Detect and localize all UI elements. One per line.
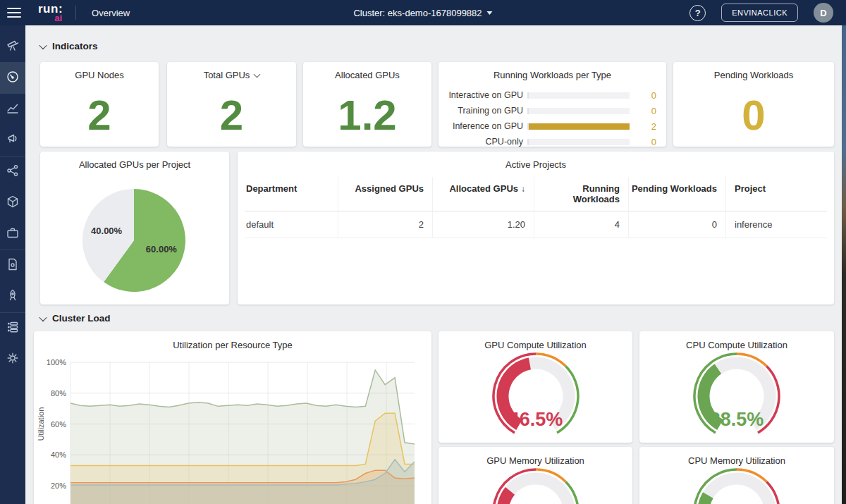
sidebar-item-gear[interactable] [0,344,25,375]
runai-logo[interactable]: run: ai [38,3,63,23]
utilization-chart-card: Utilization per Resource Type 20%40%60%8… [34,331,431,504]
pie-chart: 60.00%40.00% [40,170,229,304]
table-cell: 4 [534,211,629,238]
svg-text:40%: 40% [51,450,66,459]
workload-label: Interactive on GPU [447,90,523,100]
active-projects-table: DepartmentAssigned GPUsAllocated GPUs↓Ru… [245,177,827,238]
total-gpus-title-row[interactable]: Total GPUs [167,62,296,80]
sidebar-item-document[interactable] [0,250,25,281]
logo-text-ai: ai [54,13,62,23]
table-cell: inference [726,211,827,238]
cpu-compute-gauge: 38.5% [639,351,834,437]
column-header-department[interactable]: Department [245,177,338,211]
gpus-per-project-card: Allocated GPUs per Project 60.00%40.00% [40,152,229,305]
sidebar-item-megaphone[interactable] [0,125,25,156]
network-icon [6,164,20,180]
allocated-gpus-card: Allocated GPUs 1.2 [303,62,431,147]
column-header-project[interactable]: Project [726,177,827,211]
chevron-down-icon [487,11,493,15]
sidebar-item-briefcase[interactable] [0,219,25,250]
sidebar-item-cube[interactable] [0,188,25,219]
utilization-area-chart: 20%40%60%80%100%Utilization [34,350,431,504]
telescope-icon [6,38,20,55]
workload-bar [527,108,630,114]
utilization-chart-title: Utilization per Resource Type [34,331,431,350]
sidebar-item-rocket[interactable] [0,281,25,312]
cube-icon [6,195,20,211]
cpu-memory-title: CPU Memory Utilization [639,447,834,466]
chevron-down-icon [39,41,47,49]
envinaclick-button[interactable]: ENVINACLICK [721,4,798,22]
cluster-load-section-label: Cluster Load [52,313,111,324]
active-projects-card: Active Projects DepartmentAssigned GPUsA… [238,152,834,305]
pending-workloads-title: Pending Workloads [673,62,834,80]
table-row: default21.2040inference [245,211,827,238]
workload-bar-list: Interactive on GPU0Training on GPU0Infer… [447,87,656,149]
workload-bar [527,123,630,130]
sidebar-item-telescope[interactable] [0,31,25,62]
megaphone-icon [6,132,20,149]
gear-icon [6,351,20,368]
cluster-load-section-header[interactable]: Cluster Load [40,313,111,324]
user-avatar[interactable]: D [814,3,833,23]
cluster-selector[interactable]: Cluster: eks-demo-1678099882 [353,8,492,18]
svg-text:40.00%: 40.00% [91,226,123,236]
gpu-nodes-card: GPU Nodes 2 [40,62,159,147]
indicators-section-header[interactable]: Indicators [40,41,98,51]
table-cell: 1.20 [433,211,534,238]
active-projects-title: Active Projects [238,152,834,170]
sidebar-item-line-chart[interactable] [0,94,25,125]
allocated-gpus-value: 1.2 [303,94,431,137]
workload-bar-row: Training on GPU0 [447,103,656,118]
rocket-icon [6,288,20,305]
sort-descending-icon: ↓ [521,184,525,194]
svg-text:80%: 80% [51,389,66,398]
svg-text:Utilization: Utilization [37,407,45,441]
line-chart-icon [6,101,20,118]
workload-value: 0 [630,106,656,116]
table-body: default21.2040inference [245,211,827,238]
gpu-memory-utilization-card: GPU Memory Utilization [439,447,632,504]
pending-workloads-value: 0 [673,94,834,137]
dashboard-icon [6,70,20,87]
sidebar-item-list[interactable] [0,313,25,344]
workload-bar-row: Interactive on GPU0 [447,87,656,103]
gpu-nodes-title: GPU Nodes [40,62,159,80]
help-icon[interactable]: ? [689,5,706,21]
table-header-row: DepartmentAssigned GPUsAllocated GPUs↓Ru… [245,177,827,211]
indicators-section-label: Indicators [52,41,98,51]
sidebar-item-network[interactable] [0,156,25,188]
sidebar-item-dashboard[interactable] [0,63,25,94]
svg-text:60.00%: 60.00% [146,244,178,254]
svg-text:20%: 20% [51,481,66,490]
cpu-compute-utilization-card: CPU Compute Utilization 38.5% [639,331,834,443]
running-workloads-title: Running Workloads per Type [439,62,666,80]
total-gpus-title: Total GPUs [204,70,250,80]
column-header-allocated-gpus[interactable]: Allocated GPUs↓ [433,177,534,211]
column-header-pending-workloads[interactable]: Pending Workloads [629,177,726,211]
column-header-running-workloads[interactable]: Running Workloads [534,177,629,211]
background-edge-strip [842,25,846,504]
topbar-divider [75,6,76,20]
column-header-assigned-gpus[interactable]: Assigned GPUs [338,177,433,211]
cluster-label: Cluster: eks-demo-1678099882 [353,8,482,18]
workload-value: 0 [630,137,656,147]
workload-bar-row: Inference on GPU2 [447,118,656,134]
topbar: run: ai Overview Cluster: eks-demo-16780… [0,0,846,25]
table-cell: 0 [629,211,726,238]
gpu-compute-title: GPU Compute Utilization [439,331,632,350]
topbar-actions: ? ENVINACLICK D [689,3,833,23]
gpu-memory-title: GPU Memory Utilization [439,447,632,466]
svg-text:46.5%: 46.5% [508,409,563,430]
document-icon [6,257,20,274]
running-workloads-card: Running Workloads per Type Interactive o… [439,62,666,147]
sidebar-nav [0,25,25,504]
workload-bar [527,139,630,145]
hamburger-menu-icon[interactable] [7,8,21,18]
list-icon [6,320,20,337]
table-cell: 2 [338,211,433,238]
gpu-nodes-value: 2 [40,94,159,137]
allocated-gpus-title: Allocated GPUs [303,62,431,80]
chevron-down-icon [254,71,261,78]
svg-text:38.5%: 38.5% [710,409,764,430]
